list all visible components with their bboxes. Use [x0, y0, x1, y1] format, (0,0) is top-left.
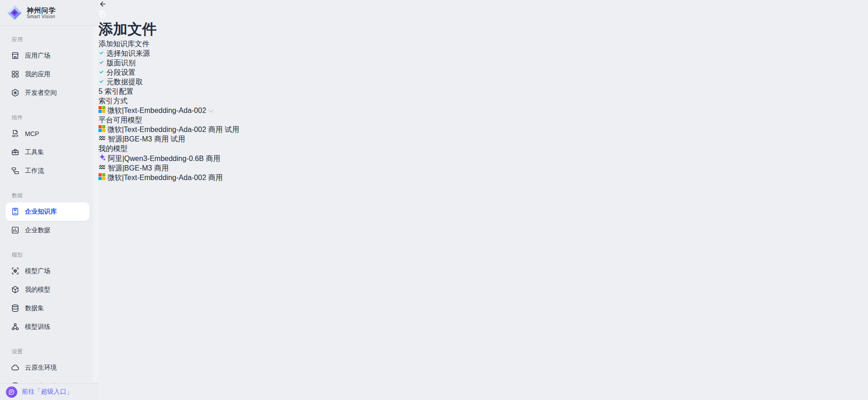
nav-section-apps: 应用	[12, 36, 87, 44]
sidebar-item-label: 开发者空间	[25, 89, 57, 97]
model-name: 智源|BGE-M3	[108, 135, 152, 143]
sidebar-item-label: 模型训练	[25, 323, 50, 331]
chevron-down-icon	[208, 109, 214, 113]
page-header: 添加文件	[99, 0, 239, 39]
step-check-icon	[99, 78, 106, 86]
sidebar-nav: 应用 应用广场 我的应用 开发者空间 组件 MCP MCP 工具集	[0, 26, 99, 395]
sidebar-item-workflow[interactable]: 工作流	[5, 161, 89, 180]
sidebar-item-label: MCP	[25, 130, 39, 137]
model-name: 智源|BGE-M3	[108, 164, 152, 172]
qwen-logo-icon	[99, 155, 108, 162]
scrollbar-down-arrow[interactable]	[93, 376, 98, 381]
model-name: 微软|Text-Embedding-Ada-002	[107, 126, 206, 133]
model-name: 阿里|Qwen3-Embedding-0.6B	[108, 155, 203, 162]
step-metadata-extraction[interactable]: 元数据提取	[99, 78, 239, 87]
commercial-badge: 商用	[154, 164, 168, 172]
step-layout-recognition[interactable]: 版面识别	[99, 59, 239, 68]
dropdown-item-ms-ada002[interactable]: 微软|Text-Embedding-Ada-002 商用 试用	[99, 125, 239, 135]
sidebar-item-app-plaza[interactable]: 应用广场	[5, 46, 89, 65]
sidebar-item-label: 数据集	[25, 304, 44, 312]
dropdown-item-ms-ada002-mine[interactable]: 微软|Text-Embedding-Ada-002 商用	[99, 173, 239, 183]
sidebar-footer-super-entry[interactable]: 前往「超级入口」	[0, 383, 99, 400]
sidebar-item-my-apps[interactable]: 我的应用	[5, 65, 89, 83]
nav-section-settings: 设置	[12, 348, 87, 356]
sidebar-item-label: 企业数据	[25, 226, 50, 234]
briefcase-icon	[11, 148, 20, 156]
brand-tagline: Smart Vision	[27, 14, 56, 20]
sidebar-item-label: 企业知识库	[25, 208, 57, 216]
sidebar-item-model-plaza[interactable]: 模型广场	[5, 262, 89, 280]
select-value: 微软|Text-Embedding-Ada-002	[107, 107, 206, 114]
dropdown-item-qwen3-embedding[interactable]: 阿里|Qwen3-Embedding-0.6B 商用	[99, 154, 239, 164]
breadcrumb: 添加知识库文件	[99, 39, 239, 49]
storefront-icon	[11, 51, 20, 60]
add-file-icon	[99, 10, 239, 20]
stepper: 选择知识来源 版面识别 分段设置	[99, 49, 239, 97]
grid-icon	[11, 70, 20, 78]
svg-text:MCP: MCP	[12, 134, 19, 137]
sidebar-item-toolset[interactable]: 工具集	[5, 143, 89, 161]
baai-logo-icon	[99, 164, 108, 172]
sidebar: 神州问学 Smart Vision 应用 应用广场 我的应用 开发者空间 组件 …	[0, 0, 99, 400]
nav-section-components: 组件	[12, 114, 87, 122]
brand-logo-row: 神州问学 Smart Vision	[0, 0, 99, 26]
commercial-badge: 商用	[206, 155, 220, 162]
dropdown-group-my-models: 我的模型	[99, 144, 239, 154]
chat-bubble-icon	[6, 386, 17, 398]
molecule-icon	[11, 322, 20, 331]
sidebar-scrollbar[interactable]	[93, 26, 98, 382]
nav-section-models: 模型	[12, 251, 87, 259]
step-select-source[interactable]: 选择知识来源	[99, 49, 239, 59]
sidebar-item-label: 我的应用	[25, 70, 50, 78]
microsoft-logo-icon	[99, 126, 107, 133]
step-check-icon	[99, 49, 106, 57]
trial-badge: 试用	[171, 135, 185, 143]
brand-diamond-logo-icon	[6, 5, 23, 21]
bar-chart-icon	[11, 226, 20, 234]
step-label: 分段设置	[106, 68, 135, 76]
sidebar-item-datasets[interactable]: 数据集	[5, 299, 89, 317]
microsoft-logo-icon	[99, 107, 107, 114]
sidebar-item-cloud-native[interactable]: 云原生环境	[5, 358, 89, 377]
app-root: 神州问学 Smart Vision 应用 应用广场 我的应用 开发者空间 组件 …	[0, 0, 868, 400]
dropdown-item-baai-bgem3[interactable]: 智源|BGE-M3 商用 试用	[99, 135, 239, 144]
microsoft-logo-icon	[99, 174, 107, 181]
hexagon-asterisk-icon	[11, 88, 20, 97]
nav-section-data: 数据	[12, 192, 87, 200]
baai-logo-icon	[99, 135, 108, 143]
commercial-badge: 商用	[208, 126, 223, 133]
model-name: 微软|Text-Embedding-Ada-002	[107, 174, 206, 181]
page-title: 添加文件	[99, 20, 239, 39]
back-button[interactable]	[99, 0, 239, 10]
workflow-icon	[11, 166, 20, 175]
cube-icon	[11, 285, 20, 294]
step-check-icon	[99, 68, 106, 76]
sidebar-item-mcp[interactable]: MCP MCP	[5, 124, 89, 143]
sidebar-item-label: 模型广场	[25, 267, 50, 275]
arrow-left-icon	[99, 0, 107, 8]
step-segmentation[interactable]: 分段设置	[99, 68, 239, 78]
step-label: 索引配置	[104, 88, 133, 95]
sidebar-item-enterprise-data[interactable]: 企业数据	[5, 221, 89, 239]
wizard-card: 选择知识来源 版面识别 分段设置	[99, 49, 239, 183]
step-label: 元数据提取	[106, 78, 143, 86]
sidebar-item-knowledge-base[interactable]: 企业知识库	[5, 202, 89, 221]
step-number-badge: 5	[99, 88, 104, 95]
step-label: 选择知识来源	[106, 49, 150, 57]
sidebar-item-developer-space[interactable]: 开发者空间	[5, 83, 89, 102]
embedding-model-select[interactable]: 微软|Text-Embedding-Ada-002	[99, 106, 239, 116]
dropdown-item-baai-bgem3-mine[interactable]: 智源|BGE-M3 商用	[99, 164, 239, 173]
journal-icon	[11, 207, 20, 216]
sidebar-item-model-training[interactable]: 模型训练	[5, 317, 89, 336]
step-check-icon	[99, 59, 106, 67]
commercial-badge: 商用	[154, 135, 168, 143]
step-index-config[interactable]: 5 索引配置	[99, 87, 239, 97]
commercial-badge: 商用	[208, 174, 223, 181]
scrollbar-up-arrow[interactable]	[93, 27, 98, 33]
sidebar-item-label: 我的模型	[25, 286, 50, 294]
brand-name: 神州问学	[27, 6, 56, 14]
cloud-icon	[11, 363, 20, 372]
sidebar-item-label: 工作流	[25, 167, 44, 175]
sidebar-item-my-models[interactable]: 我的模型	[5, 280, 89, 299]
sidebar-item-label: 云原生环境	[25, 364, 57, 372]
